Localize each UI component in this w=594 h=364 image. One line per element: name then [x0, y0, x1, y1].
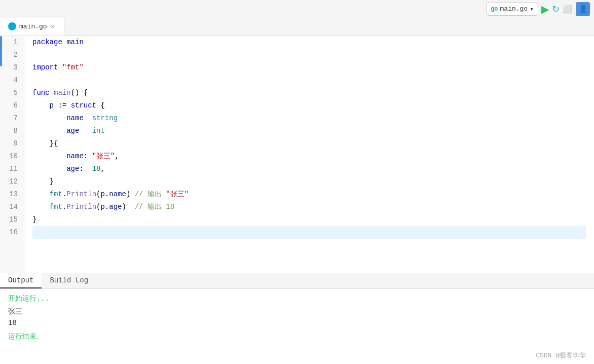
code-line-1: package main: [32, 36, 586, 49]
tab-bar: main.go ✕: [0, 18, 594, 36]
code-line-6: p := struct {: [32, 99, 586, 112]
tab-close-button[interactable]: ✕: [50, 23, 56, 30]
watermark: CSDN @极客李华: [536, 351, 586, 360]
bottom-panel: Output Build Log 开始运行... 张三 18 运行结束。: [0, 273, 594, 364]
editor-area: 1 2 3 4 5 6 7 8 9 10 11 12 13 14 15 16 p…: [0, 36, 594, 273]
line-num-8: 8: [4, 125, 18, 137]
tab-build-log[interactable]: Build Log: [42, 273, 96, 288]
chevron-down-icon: ▾: [530, 5, 534, 13]
line-num-7: 7: [4, 112, 18, 125]
line-num-1: 1: [4, 36, 18, 49]
line-num-9: 9: [4, 137, 18, 150]
output-running-text: 开始运行...: [8, 294, 586, 303]
code-line-5: func main() {: [32, 87, 586, 99]
code-line-9: }{: [32, 137, 586, 150]
code-line-3: import "fmt": [32, 61, 586, 74]
code-line-10: name: "张三",: [32, 150, 586, 163]
code-line-15: }: [32, 213, 586, 226]
code-line-8: age int: [32, 125, 586, 137]
output-done-text: 运行结束。: [8, 332, 586, 341]
code-line-4: [32, 74, 586, 87]
file-selector[interactable]: go main.go ▾: [486, 3, 538, 16]
code-editor[interactable]: package main import "fmt" func main() { …: [24, 36, 594, 273]
line-num-3: 3: [4, 61, 18, 74]
line-num-13: 13: [4, 188, 18, 201]
bottom-tab-bar: Output Build Log: [0, 273, 594, 289]
user-icon: 👤: [579, 5, 587, 13]
line-num-5: 5: [4, 87, 18, 99]
toolbar: go main.go ▾ ▶ ↻ ⬜ 👤: [0, 0, 594, 18]
go-tab-icon: [8, 22, 16, 30]
scroll-indicator: [0, 36, 2, 66]
user-avatar[interactable]: 👤: [576, 2, 590, 16]
code-line-7: name string: [32, 112, 586, 125]
output-line1: 张三: [8, 306, 586, 317]
line-num-6: 6: [4, 99, 18, 112]
code-line-2: [32, 49, 586, 61]
output-line2: 18: [8, 317, 586, 329]
file-name-label: main.go: [500, 5, 528, 13]
output-panel: 开始运行... 张三 18 运行结束。: [0, 289, 594, 364]
go-file-icon: go: [491, 6, 498, 13]
line-numbers: 1 2 3 4 5 6 7 8 9 10 11 12 13 14 15 16: [0, 36, 24, 273]
code-line-14: fmt.Println(p.age) // 输出 18: [32, 201, 586, 213]
code-line-16: [32, 226, 586, 239]
line-num-2: 2: [4, 49, 18, 61]
line-num-15: 15: [4, 213, 18, 226]
line-num-11: 11: [4, 163, 18, 175]
line-num-14: 14: [4, 201, 18, 213]
line-num-12: 12: [4, 175, 18, 188]
tab-label: main.go: [19, 23, 47, 30]
stop-button[interactable]: ⬜: [563, 4, 573, 14]
line-num-10: 10: [4, 150, 18, 163]
code-line-12: }: [32, 175, 586, 188]
code-line-13: fmt.Println(p.name) // 输出 "张三": [32, 188, 586, 201]
tab-output[interactable]: Output: [0, 273, 42, 288]
line-num-16: 16: [4, 226, 18, 239]
code-line-11: age: 18,: [32, 163, 586, 175]
code-container[interactable]: 1 2 3 4 5 6 7 8 9 10 11 12 13 14 15 16 p…: [0, 36, 594, 273]
run-button[interactable]: ▶: [541, 3, 549, 15]
reload-button[interactable]: ↻: [552, 4, 560, 15]
line-num-4: 4: [4, 74, 18, 87]
tab-main-go[interactable]: main.go ✕: [0, 18, 64, 35]
